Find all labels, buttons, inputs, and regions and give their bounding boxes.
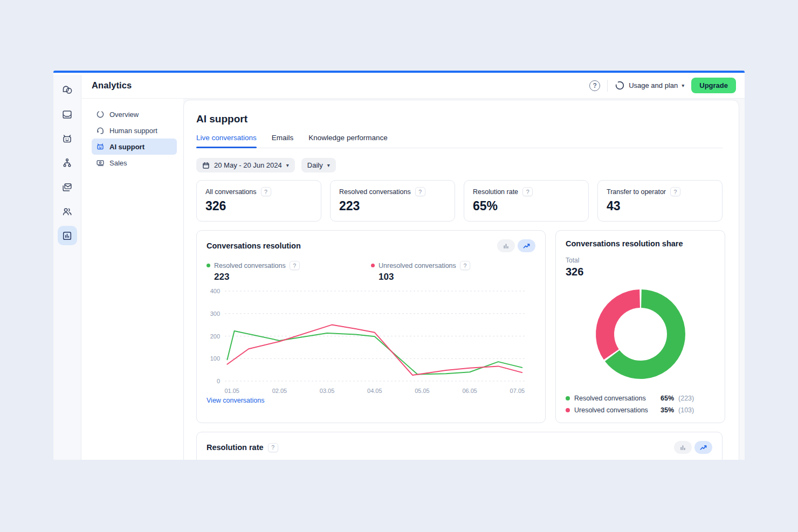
analytics-subnav: Overview Human support	[81, 99, 183, 460]
robot-icon	[96, 142, 105, 151]
tab-live-conversations[interactable]: Live conversations	[196, 134, 257, 148]
topbar-divider	[607, 80, 608, 92]
topbar: Analytics ? Usage and plan ▾ Upgrade	[81, 73, 745, 99]
svg-text:06.05: 06.05	[462, 388, 477, 394]
legend-label: Unresolved conversations	[379, 262, 456, 270]
sidebar-item-overview[interactable]: Overview	[92, 106, 177, 122]
chart-type-toggle	[674, 441, 712, 454]
main-content: AI support Live conversations Emails Kno…	[183, 99, 745, 460]
stat-card-all-conversations: All conversations ? 326	[196, 180, 321, 222]
legend-unresolved: Unresolved conversations ? 103	[371, 261, 535, 282]
granularity-select[interactable]: Daily ▾	[301, 158, 336, 172]
legend-percent: 35%	[661, 406, 674, 414]
page-header-title: Analytics	[92, 80, 132, 91]
sidebar-item-label: Sales	[109, 159, 127, 167]
svg-text:100: 100	[210, 355, 220, 362]
card-title: Conversations resolution	[207, 241, 301, 250]
stat-value: 65%	[473, 199, 580, 213]
date-range-picker[interactable]: 20 May - 20 Jun 2024 ▾	[196, 158, 295, 172]
analytics-icon[interactable]	[58, 226, 77, 245]
help-badge-icon[interactable]: ?	[415, 187, 425, 196]
bar-chart-toggle-icon[interactable]	[674, 441, 692, 454]
help-icon[interactable]: ?	[589, 80, 600, 91]
stat-cards: All conversations ? 326 Resolved convers…	[196, 180, 723, 222]
tab-emails[interactable]: Emails	[272, 134, 294, 148]
sidebar-item-sales[interactable]: Sales	[92, 155, 177, 171]
help-badge-icon[interactable]: ?	[522, 187, 533, 196]
legend-count: (223)	[678, 395, 694, 402]
stat-label: Resolution rate	[473, 188, 518, 196]
chevron-down-icon: ▾	[286, 163, 289, 168]
campaigns-icon[interactable]	[58, 177, 77, 197]
banknote-icon	[96, 158, 105, 167]
usage-and-plan-menu[interactable]: Usage and plan ▾	[615, 80, 684, 91]
line-chart-legend: Resolved conversations ? 223 Unresolved …	[207, 261, 535, 282]
stat-value: 43	[607, 199, 713, 213]
granularity-value: Daily	[307, 161, 323, 169]
resolution-rate-card: Resolution rate ?	[196, 432, 723, 460]
stat-label: All conversations	[205, 188, 257, 196]
conversations-resolution-card: Conversations resolution	[196, 230, 546, 423]
sidebar-item-label: AI support	[109, 143, 145, 151]
card-title: Conversations resolution share	[566, 239, 715, 248]
resolution-share-card: Conversations resolution share Total 326…	[555, 230, 725, 423]
legend-dot-green	[566, 396, 570, 400]
sidebar-item-human-support[interactable]: Human support	[92, 122, 177, 139]
sidebar-item-label: Overview	[109, 110, 139, 119]
stat-card-resolution-rate: Resolution rate ? 65%	[464, 180, 589, 222]
svg-text:04.05: 04.05	[367, 388, 382, 394]
legend-resolved: Resolved conversations ? 223	[207, 261, 371, 282]
calendar-icon	[202, 162, 210, 169]
stat-value: 326	[205, 199, 312, 213]
help-badge-icon[interactable]: ?	[290, 261, 300, 270]
stat-value: 223	[339, 199, 446, 213]
sidebar-item-ai-support[interactable]: AI support	[92, 139, 177, 155]
chatbot-icon[interactable]	[58, 129, 77, 148]
view-conversations-link[interactable]: View conversations	[207, 397, 535, 404]
legend-dot-pink	[371, 264, 375, 267]
tab-bar: Live conversations Emails Knowledge perf…	[196, 134, 723, 148]
legend-label: Resolved conversations	[574, 395, 656, 402]
headset-icon	[96, 126, 105, 135]
donut-legend-resolved: Resolved conversations 65% (223)	[566, 395, 715, 402]
tidio-logo-icon[interactable]	[58, 80, 77, 100]
svg-text:300: 300	[210, 310, 220, 317]
upgrade-button[interactable]: Upgrade	[691, 78, 736, 93]
donut-legend-unresolved: Uresolved conversations 35% (103)	[566, 406, 715, 414]
sidebar-item-label: Human support	[109, 127, 157, 135]
help-badge-icon[interactable]: ?	[261, 187, 271, 196]
icon-rail	[53, 75, 81, 460]
inbox-icon[interactable]	[58, 105, 77, 124]
filter-bar: 20 May - 20 Jun 2024 ▾ Daily ▾	[196, 158, 723, 172]
chevron-down-icon: ▾	[682, 83, 684, 88]
stat-label: Transfer to operator	[607, 188, 666, 196]
help-badge-icon[interactable]: ?	[268, 443, 278, 452]
total-label: Total	[566, 257, 715, 264]
bar-chart-toggle-icon[interactable]	[497, 239, 515, 252]
flows-icon[interactable]	[58, 153, 77, 172]
line-chart-toggle-icon[interactable]	[518, 239, 535, 252]
page-title: AI support	[196, 113, 723, 125]
svg-text:01.05: 01.05	[224, 388, 239, 394]
help-badge-icon[interactable]: ?	[670, 187, 680, 196]
usage-and-plan-label: Usage and plan	[629, 81, 678, 89]
legend-value: 103	[379, 272, 535, 282]
date-range-value: 20 May - 20 Jun 2024	[214, 161, 282, 169]
stat-label: Resolved conversations	[339, 188, 411, 196]
ai-support-panel: AI support Live conversations Emails Kno…	[183, 100, 739, 460]
app-window: Analytics ? Usage and plan ▾ Upgrade	[53, 71, 745, 460]
svg-text:0: 0	[217, 378, 220, 384]
svg-text:07.05: 07.05	[510, 388, 525, 394]
legend-label: Uresolved conversations	[574, 406, 656, 414]
overview-gauge-icon	[96, 110, 105, 119]
help-badge-icon[interactable]: ?	[460, 261, 470, 270]
contacts-icon[interactable]	[58, 202, 77, 221]
legend-percent: 65%	[661, 395, 674, 402]
resolution-donut-chart	[592, 286, 689, 383]
card-title: Resolution rate	[207, 443, 264, 452]
legend-dot-green	[207, 264, 210, 267]
tab-knowledge-performance[interactable]: Knowledge performance	[308, 134, 387, 148]
legend-label: Resolved conversations	[214, 262, 286, 270]
svg-text:03.05: 03.05	[320, 388, 335, 394]
line-chart-toggle-icon[interactable]	[694, 441, 712, 454]
